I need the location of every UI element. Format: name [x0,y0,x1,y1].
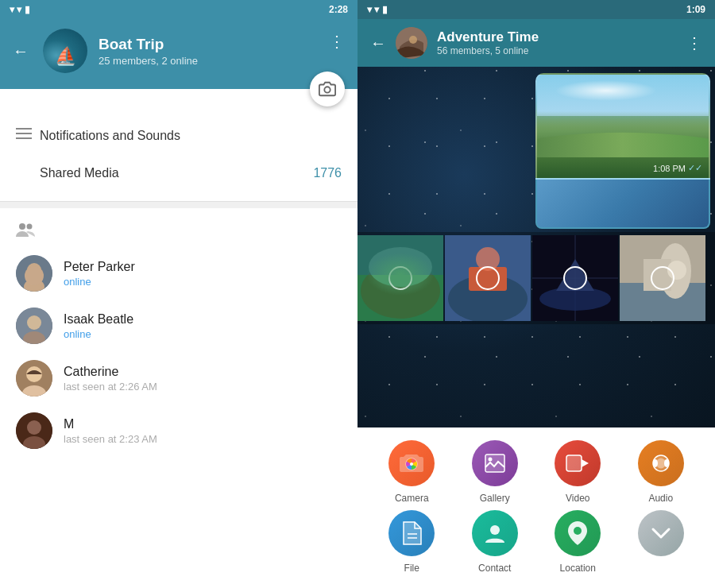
left-panel: ▾ ▾ ▮ 2:28 ← Boat Trip 25 members, 2 onl… [0,0,358,588]
member-item[interactable]: Catherine last seen at 2:26 AM [0,352,358,404]
svg-point-16 [27,420,41,435]
audio-label: Audio [648,493,673,504]
members-header [0,208,358,247]
svg-point-49 [490,525,500,535]
thumbnail[interactable] [532,235,618,321]
right-time: 1:09 [686,4,705,15]
left-back-button[interactable]: ← [13,42,29,60]
left-group-info: Boat Trip 25 members, 2 online [99,36,345,67]
camera-circle [388,440,435,486]
chat-area: 1:08 PM ✓✓ [358,67,715,427]
notifications-menu-item[interactable]: Notifications and Sounds [0,116,358,155]
avatar [16,360,52,397]
right-group-avatar[interactable] [396,27,427,59]
left-more-button[interactable]: ⋮ [329,32,345,51]
notifications-icon [16,127,40,144]
left-status-bar: ▾ ▾ ▮ 2:28 [0,0,358,19]
right-group-info: Adventure Time 56 members, 5 online [437,29,677,56]
video-label: Video [566,493,589,504]
attachment-row-1: Camera Gallery [358,440,715,504]
gallery-label: Gallery [480,493,510,504]
members-section: Peter Parker online Isaak Beatle online [0,208,358,588]
thumbnail[interactable] [620,235,705,321]
svg-point-19 [409,36,417,44]
right-status-bar: ▾ ▾ ▮ 1:09 [358,0,715,19]
attachment-item-video[interactable]: Video [546,440,609,504]
svg-point-45 [653,459,658,467]
message-timestamp: 1:08 PM ✓✓ [653,163,702,173]
contact-circle [472,510,518,556]
member-status: last seen at 2:26 AM [64,381,342,393]
divider [0,202,358,208]
svg-point-50 [574,527,582,535]
member-status: online [64,328,342,340]
attachment-item-gallery[interactable]: Gallery [463,440,527,504]
svg-point-39 [410,462,413,466]
attachment-picker: Camera Gallery [358,427,715,588]
right-group-name: Adventure Time [437,29,677,45]
attachment-item-file[interactable]: File [380,510,443,574]
file-circle [388,510,435,556]
file-label: File [404,563,419,574]
battery-icon: ▮ [25,4,30,15]
gallery-circle [472,440,518,486]
svg-point-0 [324,87,330,92]
thumbnail[interactable] [445,235,531,321]
notifications-label: Notifications and Sounds [40,129,342,143]
right-header: ← Adventure Time 56 members, 5 online ⋮ [358,19,715,67]
attachment-item-contact[interactable]: Contact [463,510,527,574]
member-name: Isaak Beatle [64,312,342,327]
right-more-button[interactable]: ⋮ [686,33,702,52]
right-back-button[interactable]: ← [370,34,386,52]
read-check: ✓✓ [688,163,702,173]
attachment-item-location[interactable]: Location [546,510,609,574]
svg-marker-43 [582,459,589,467]
shared-media-menu-item[interactable]: Shared Media 1776 [0,155,358,191]
member-info: Catherine last seen at 2:26 AM [64,365,342,393]
member-item[interactable]: Isaak Beatle online [0,300,358,352]
avatar [16,255,52,292]
svg-point-22 [369,247,432,287]
video-circle [555,440,601,486]
photo-message-bottom [535,180,710,229]
photo-message-top: 1:08 PM ✓✓ [535,73,710,180]
left-menu: Notifications and Sounds Shared Media 17… [0,106,358,202]
svg-point-10 [27,315,41,330]
attachment-row-2: File Contact [358,510,715,574]
edit-photo-button[interactable] [310,72,345,106]
audio-circle [638,440,684,486]
attachment-item-audio[interactable]: Audio [629,440,693,504]
member-item[interactable]: Peter Parker online [0,247,358,300]
camera-label: Camera [395,493,429,504]
select-circle [651,266,674,290]
member-status: last seen at 2:23 AM [64,433,342,445]
attachment-item-more[interactable] [629,510,693,574]
svg-rect-23 [358,235,443,275]
member-info: Peter Parker online [64,260,342,288]
right-panel: ▾ ▾ ▮ 1:09 ← Adventure Time 56 members, … [358,0,715,588]
attachment-item-camera[interactable]: Camera [380,440,443,504]
wifi-icon: ▾ [10,4,14,15]
thumbnail[interactable] [358,235,443,321]
members-icon [16,221,40,241]
member-status: online [64,276,342,288]
more-circle [638,510,684,556]
member-item[interactable]: M last seen at 2:23 AM [0,404,358,457]
avatar [16,308,52,344]
svg-point-46 [664,459,669,467]
contact-label: Contact [478,563,511,574]
member-info: Isaak Beatle online [64,312,342,340]
svg-point-41 [488,458,492,462]
boat-image [43,29,87,73]
shared-media-label: Shared Media [40,166,313,180]
left-group-name: Boat Trip [99,36,345,53]
location-label: Location [560,563,596,574]
svg-point-4 [19,223,25,230]
signal-icon: ▾ [17,4,21,15]
right-wifi-icon: ▾ [367,4,372,15]
left-status-icons: ▾ ▾ ▮ [10,4,30,15]
left-group-avatar[interactable] [43,29,87,73]
svg-point-7 [27,263,41,277]
shared-media-count: 1776 [313,166,342,180]
svg-point-21 [361,263,440,319]
